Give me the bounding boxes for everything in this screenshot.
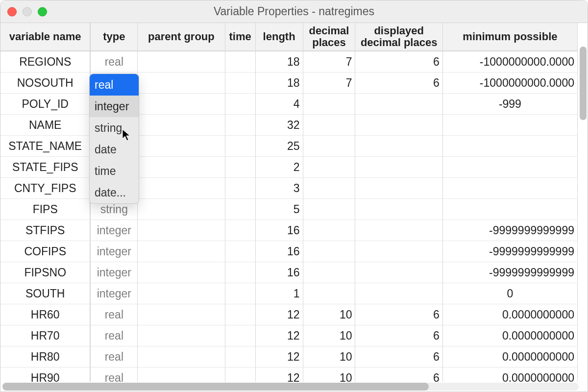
cell-decimal-places[interactable]: 10 (303, 304, 356, 325)
cell-minimum-possible[interactable]: -1000000000.0000 (443, 73, 578, 94)
cell-variable-name[interactable]: STATE_NAME (0, 136, 91, 157)
cell-displayed-decimal-places[interactable]: 6 (355, 368, 442, 382)
horizontal-scrollbar-thumb[interactable] (2, 383, 429, 391)
cell-decimal-places[interactable]: 10 (303, 346, 356, 368)
cell-variable-name[interactable]: HR80 (0, 346, 91, 368)
cell-displayed-decimal-places[interactable] (355, 94, 442, 115)
cell-type[interactable]: real (91, 346, 138, 368)
cell-minimum-possible[interactable] (443, 115, 578, 136)
cell-variable-name[interactable]: HR60 (0, 304, 91, 325)
cell-decimal-places[interactable]: 10 (303, 368, 356, 382)
vertical-scrollbar[interactable] (580, 47, 587, 120)
cell-parent-group[interactable] (138, 325, 225, 346)
cell-variable-name[interactable]: HR90 (0, 368, 91, 382)
col-header-decimal-places[interactable]: decimal places (303, 23, 356, 51)
cell-parent-group[interactable] (138, 136, 225, 157)
cell-variable-name[interactable]: COFIPS (0, 241, 91, 262)
table-row[interactable]: HR70real121060.0000000000 (0, 325, 578, 346)
cell-type[interactable]: real (91, 368, 138, 382)
cell-time[interactable] (225, 368, 256, 382)
cell-length[interactable]: 2 (256, 157, 303, 178)
col-header-parent-group[interactable]: parent group (138, 23, 225, 51)
cell-minimum-possible[interactable]: -9999999999999 (443, 262, 578, 283)
cell-decimal-places[interactable] (303, 283, 356, 304)
table-row[interactable]: FIPSNOinteger16-9999999999999 (0, 262, 578, 283)
type-dropdown-option[interactable]: integer (90, 96, 139, 117)
table-row[interactable]: SOUTHinteger10 (0, 283, 578, 304)
cell-minimum-possible[interactable]: -1000000000.0000 (443, 51, 578, 73)
cell-length[interactable]: 12 (256, 304, 303, 325)
cell-time[interactable] (225, 94, 256, 115)
cell-displayed-decimal-places[interactable]: 6 (355, 304, 442, 325)
cell-variable-name[interactable]: FIPS (0, 199, 91, 220)
cell-minimum-possible[interactable] (443, 136, 578, 157)
cell-minimum-possible[interactable]: -999 (443, 94, 578, 115)
type-dropdown-option[interactable]: string (90, 117, 139, 139)
cell-parent-group[interactable] (138, 199, 225, 220)
cell-decimal-places[interactable] (303, 136, 356, 157)
cell-displayed-decimal-places[interactable] (355, 220, 442, 241)
cell-type[interactable]: integer (91, 220, 138, 241)
titlebar[interactable]: Variable Properties - natregimes (0, 0, 588, 23)
cell-type[interactable]: real (91, 325, 138, 346)
cell-length[interactable]: 12 (256, 368, 303, 382)
cell-decimal-places[interactable]: 10 (303, 325, 356, 346)
cell-decimal-places[interactable]: 7 (303, 51, 356, 73)
cell-time[interactable] (225, 346, 256, 368)
table-row[interactable]: HR80real121060.0000000000 (0, 346, 578, 368)
cell-length[interactable]: 16 (256, 262, 303, 283)
cell-parent-group[interactable] (138, 262, 225, 283)
cell-length[interactable]: 32 (256, 115, 303, 136)
cell-variable-name[interactable]: REGIONS (0, 51, 91, 73)
cell-displayed-decimal-places[interactable] (355, 157, 442, 178)
cell-variable-name[interactable]: CNTY_FIPS (0, 178, 91, 199)
cell-minimum-possible[interactable]: 0.0000000000 (443, 325, 578, 346)
table-row[interactable]: HR90real121060.0000000000 (0, 368, 578, 382)
cell-variable-name[interactable]: NOSOUTH (0, 73, 91, 94)
cell-length[interactable]: 4 (256, 94, 303, 115)
cell-length[interactable]: 1 (256, 283, 303, 304)
cell-displayed-decimal-places[interactable]: 6 (355, 346, 442, 368)
cell-parent-group[interactable] (138, 115, 225, 136)
cell-parent-group[interactable] (138, 157, 225, 178)
col-header-minimum-possible[interactable]: minimum possible (443, 23, 578, 51)
cell-type[interactable]: integer (91, 241, 138, 262)
cell-length[interactable]: 5 (256, 199, 303, 220)
cell-variable-name[interactable]: FIPSNO (0, 262, 91, 283)
cell-parent-group[interactable] (138, 304, 225, 325)
cell-minimum-possible[interactable]: -9999999999999 (443, 220, 578, 241)
cell-length[interactable]: 12 (256, 325, 303, 346)
cell-displayed-decimal-places[interactable] (355, 283, 442, 304)
col-header-variable-name[interactable]: variable name (0, 23, 91, 51)
table-row[interactable]: NAME32 (0, 115, 578, 136)
cell-parent-group[interactable] (138, 51, 225, 73)
cell-length[interactable]: 25 (256, 136, 303, 157)
cell-time[interactable] (225, 325, 256, 346)
cell-time[interactable] (225, 262, 256, 283)
cell-displayed-decimal-places[interactable]: 6 (355, 325, 442, 346)
table-row[interactable]: NOSOUTH1876-1000000000.0000 (0, 73, 578, 94)
type-dropdown-option[interactable]: date... (90, 182, 139, 203)
maximize-window-button[interactable] (38, 7, 47, 16)
cell-displayed-decimal-places[interactable] (355, 241, 442, 262)
cell-decimal-places[interactable] (303, 262, 356, 283)
cell-displayed-decimal-places[interactable] (355, 115, 442, 136)
cell-decimal-places[interactable] (303, 220, 356, 241)
cell-minimum-possible[interactable]: 0.0000000000 (443, 346, 578, 368)
cell-type[interactable]: integer (91, 283, 138, 304)
cell-time[interactable] (225, 304, 256, 325)
cell-time[interactable] (225, 51, 256, 73)
cell-decimal-places[interactable] (303, 94, 356, 115)
type-dropdown-menu[interactable]: realintegerstringdatetimedate... (89, 74, 139, 204)
close-window-button[interactable] (7, 7, 17, 16)
cell-parent-group[interactable] (138, 220, 225, 241)
cell-parent-group[interactable] (138, 346, 225, 368)
cell-time[interactable] (225, 115, 256, 136)
cell-displayed-decimal-places[interactable]: 6 (355, 73, 442, 94)
cell-decimal-places[interactable]: 7 (303, 73, 356, 94)
cell-time[interactable] (225, 178, 256, 199)
cell-minimum-possible[interactable] (443, 157, 578, 178)
cell-length[interactable]: 18 (256, 51, 303, 73)
cell-minimum-possible[interactable]: 0.0000000000 (443, 368, 578, 382)
cell-parent-group[interactable] (138, 73, 225, 94)
